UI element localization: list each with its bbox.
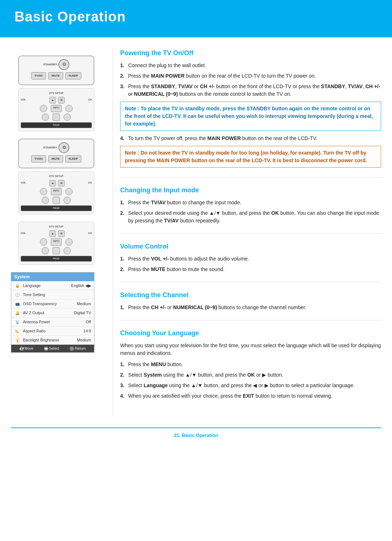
remote-top-buttons: TV/AV MUTE SLEEP [23, 72, 90, 79]
down2-button[interactable] [53, 197, 60, 204]
antenna-icon: 📡 [14, 319, 21, 325]
section-language: Choosing Your Language When you start us… [120, 328, 381, 409]
bottom-right2-oval[interactable] [64, 197, 71, 204]
info-button[interactable]: INFO [51, 105, 62, 112]
right3-oval[interactable] [65, 238, 73, 246]
footer-return: ← Return [70, 346, 86, 351]
dtv3-label: DTV SETUP [21, 225, 92, 229]
av2-label: AV 2 Output [23, 310, 72, 316]
section-input: Changing the Input mode 1. Press the TV/… [120, 185, 381, 234]
page3-button[interactable]: PAGE [21, 256, 92, 262]
right-oval[interactable] [65, 105, 73, 112]
step-text: Select your desired mode using the ▲/▼ b… [128, 209, 381, 225]
left-oval[interactable] [40, 105, 47, 112]
remote2-standby-row: STANDBY ⏻ [23, 142, 90, 153]
step-num: 1. [120, 304, 127, 311]
sleep2-button[interactable]: SLEEP [65, 155, 81, 163]
remote-nav-section: DTV SETUP VOL ▲ ⊕ CH INFO [18, 88, 94, 131]
page-footer: 21. Basic Operation [11, 427, 381, 446]
step-num: 1. [120, 62, 127, 69]
dtv3-right[interactable]: ⊕ [58, 230, 65, 237]
system-menu-row-osd: 📺 OSD Transparency Medium [11, 299, 94, 308]
info3-button[interactable]: INFO [51, 238, 62, 246]
remote-nav-row: VOL ▲ ⊕ CH [21, 97, 92, 103]
channel-steps: 1. Press the CH +/- or NUMERICAL (0~9) b… [120, 304, 381, 311]
remote-illustration-2: STANDBY ⏻ TV/AV MUTE SLEEP DTV SETUP VOL… [18, 139, 98, 214]
down3-button[interactable] [53, 247, 60, 254]
step-text: Connect the plug to the wall outlet. [128, 62, 381, 69]
osd-value: Medium [77, 301, 91, 307]
mute-button[interactable]: MUTE [48, 72, 63, 79]
aspect-value: 14:9 [83, 328, 91, 334]
move-label: Move [25, 346, 33, 351]
system-menu-row-antenna: 📡 Antenna Power Off [11, 317, 94, 327]
right2-oval[interactable] [65, 188, 73, 195]
step-item: 2. Select your desired mode using the ▲/… [120, 209, 381, 225]
language-label: Language [23, 283, 69, 289]
time-label: Time Setting [23, 292, 89, 298]
standby-label: STANDBY [43, 62, 57, 67]
remote2-top-buttons: TV/AV MUTE SLEEP [23, 155, 90, 163]
step-item: 1. Connect the plug to the wall outlet. [120, 62, 381, 69]
standby-button[interactable]: ⏻ [58, 59, 69, 70]
right-column: Powering the TV On/Off 1. Connect the pl… [113, 48, 381, 417]
system-menu-row-language: 🔒 Language English ◀▶ [11, 281, 94, 290]
dtv2-right[interactable]: ⊕ [58, 180, 65, 187]
page2-button[interactable]: PAGE [21, 205, 92, 212]
header-accent-bar [0, 34, 392, 37]
section-volume: Volume Control 1. Press the VOL +/- butt… [120, 242, 381, 282]
step-text: Press the VOL +/- buttons to adjust the … [128, 255, 381, 263]
av2-icon: 🔔 [14, 310, 21, 316]
down-button[interactable] [53, 114, 60, 121]
sleep-button[interactable]: SLEEP [65, 72, 81, 79]
step-item: 4. To turn the TV power off, press the M… [120, 135, 381, 142]
dtv-right[interactable]: ⊕ [58, 97, 65, 103]
bottom-left2-oval[interactable] [42, 197, 49, 204]
time-icon: 🕐 [14, 291, 21, 298]
tvav-button[interactable]: TV/AV [31, 72, 46, 79]
step-num: 2. [120, 266, 127, 273]
left2-oval[interactable] [40, 188, 47, 195]
return-icon: ← [70, 347, 74, 351]
system-menu-header: System [11, 272, 94, 281]
vol-label: VOL [21, 98, 26, 102]
step-text: Select Language using the ▲/▼ button, an… [128, 382, 381, 389]
bottom-right3-oval[interactable] [64, 247, 71, 254]
standby2-button[interactable]: ⏻ [58, 142, 69, 153]
step-item: 3. Select Language using the ▲/▼ button,… [120, 382, 381, 389]
section-powering-title: Powering the TV On/Off [120, 48, 381, 58]
bottom-left-oval[interactable] [42, 114, 49, 121]
bottom-right-oval[interactable] [64, 114, 71, 121]
info2-button[interactable]: INFO [51, 188, 62, 195]
up-button[interactable]: ▲ [49, 97, 56, 103]
tvav2-button[interactable]: TV/AV [31, 155, 46, 163]
step-text: Select System using the ▲/▼ button, and … [128, 371, 381, 379]
up3-button[interactable]: ▲ [49, 230, 56, 237]
main-content: STANDBY ⏻ TV/AV MUTE SLEEP DTV SETUP VOL… [0, 48, 392, 427]
up2-button[interactable]: ▲ [49, 180, 56, 187]
bottom-left3-oval[interactable] [42, 247, 49, 254]
ch3-label: CH [88, 231, 92, 235]
vol3-label: VOL [21, 231, 26, 235]
step-item: 4. When you are satisfied with your choi… [120, 392, 381, 400]
section-powering: Powering the TV On/Off 1. Connect the pl… [120, 48, 381, 177]
osd-label: OSD Transparency [23, 301, 75, 307]
ch-label: CH [88, 98, 92, 102]
ch2-label: CH [88, 181, 92, 185]
remote3-nav-row: VOL ▲ ⊕ CH [21, 230, 92, 237]
system-menu-illustration: System 🔒 Language English ◀▶ 🕐 Time Sett… [11, 272, 94, 353]
step-text: Press the CH +/- or NUMERICAL (0~9) butt… [128, 304, 381, 311]
step-num: 2. [120, 371, 127, 379]
mute2-button[interactable]: MUTE [48, 155, 63, 163]
return-label: Return [75, 346, 86, 351]
left3-oval[interactable] [40, 238, 47, 246]
remote2-nav-row: VOL ▲ ⊕ CH [21, 180, 92, 187]
section-channel-title: Selecting the Channel [120, 290, 381, 300]
step-item: 2. Press the MAIN POWER button on the re… [120, 72, 381, 80]
page-button[interactable]: PAGE [21, 122, 92, 128]
step-num: 4. [120, 392, 127, 400]
system-menu-footer: ▲▼ Move ◀▶ Select ← Return [11, 345, 94, 352]
footer-move: ▲▼ Move [20, 346, 33, 351]
step-text: Press the MAIN POWER button on the rear … [128, 72, 381, 80]
section-input-title: Changing the Input mode [120, 185, 381, 195]
